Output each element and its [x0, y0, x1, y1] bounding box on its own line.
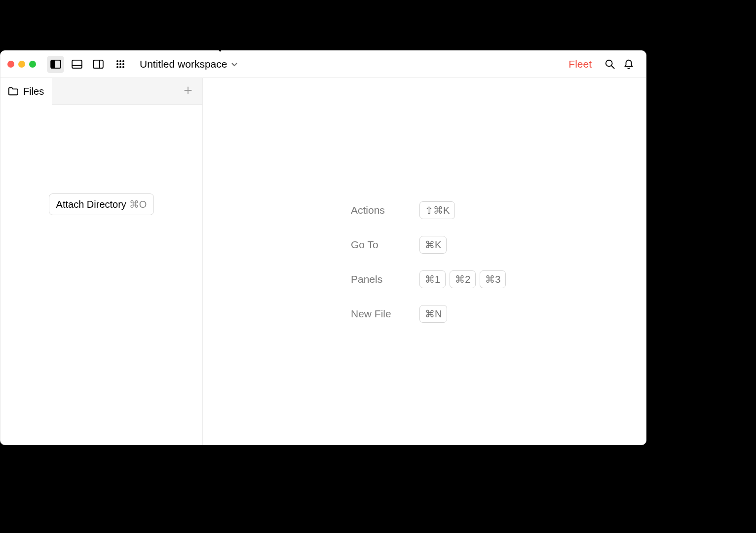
kbd: ⌘K [419, 236, 447, 254]
svg-point-15 [606, 60, 612, 67]
workspace-title-dropdown[interactable]: Untitled workspace [140, 58, 238, 70]
sidebar-tab-label: Files [23, 86, 44, 97]
sidebar-tab-strip-blank [52, 78, 202, 105]
editor-area: Actions ⇧⌘K Go To ⌘K Panels ⌘1 ⌘2 ⌘3 New… [203, 78, 646, 445]
hint-keys-panels: ⌘1 ⌘2 ⌘3 [419, 270, 506, 288]
plus-icon [183, 85, 193, 96]
add-tab-button[interactable] [183, 85, 193, 98]
workspace-title-label: Untitled workspace [140, 58, 227, 70]
hint-label-actions: Actions [351, 204, 417, 216]
svg-point-10 [119, 63, 121, 65]
sidebar-tab-strip: Files [0, 78, 202, 105]
svg-rect-1 [51, 60, 55, 68]
kbd: ⌘3 [480, 270, 506, 288]
welcome-hints: Actions ⇧⌘K Go To ⌘K Panels ⌘1 ⌘2 ⌘3 New… [351, 201, 506, 323]
chevron-down-icon [231, 58, 238, 70]
svg-point-13 [119, 66, 121, 68]
panel-bottom-icon [72, 60, 82, 69]
folder-icon [8, 87, 18, 96]
sidebar: Files Attach Directory ⌘O [0, 78, 203, 445]
minimize-window-button[interactable] [18, 61, 25, 68]
search-icon [605, 59, 615, 70]
svg-line-16 [611, 66, 614, 69]
kbd: ⌘1 [419, 270, 446, 288]
brand-label: Fleet [568, 58, 592, 70]
app-grid-button[interactable] [112, 56, 129, 73]
toggle-left-panel-button[interactable] [47, 56, 64, 73]
svg-point-12 [116, 66, 118, 68]
panel-left-icon [50, 60, 61, 69]
app-body: Files Attach Directory ⌘O [0, 78, 646, 445]
maximize-window-button[interactable] [29, 61, 36, 68]
attach-directory-shortcut: ⌘O [129, 198, 147, 210]
hint-keys-goto: ⌘K [419, 236, 506, 254]
panel-right-icon [93, 60, 104, 69]
attach-directory-button[interactable]: Attach Directory ⌘O [49, 193, 154, 215]
sidebar-content: Attach Directory ⌘O [0, 105, 202, 445]
svg-point-7 [119, 60, 121, 62]
app-window: Untitled workspace Fleet [0, 50, 646, 445]
hint-keys-actions: ⇧⌘K [419, 201, 506, 219]
hint-label-newfile: New File [351, 308, 417, 320]
svg-point-14 [122, 66, 124, 68]
sidebar-tab-files[interactable]: Files [0, 78, 52, 105]
kbd: ⌘2 [450, 270, 476, 288]
bell-icon [623, 59, 634, 70]
svg-point-11 [122, 63, 124, 65]
callout-pointer [215, 46, 225, 52]
notifications-button[interactable] [620, 56, 637, 73]
svg-rect-4 [93, 60, 103, 68]
svg-point-8 [122, 60, 124, 62]
attach-directory-label: Attach Directory [56, 199, 126, 210]
toggle-bottom-panel-button[interactable] [68, 56, 85, 73]
hint-keys-newfile: ⌘N [419, 305, 506, 323]
search-button[interactable] [602, 56, 618, 73]
hint-label-goto: Go To [351, 239, 417, 251]
panel-toggle-group [47, 56, 107, 73]
svg-point-6 [116, 60, 118, 62]
hint-label-panels: Panels [351, 273, 417, 285]
svg-point-9 [116, 63, 118, 65]
svg-rect-2 [72, 60, 82, 68]
window-controls [7, 61, 36, 68]
toggle-right-panel-button[interactable] [89, 56, 107, 73]
grid-icon [116, 60, 125, 69]
kbd: ⌘N [419, 305, 447, 323]
titlebar: Untitled workspace Fleet [0, 51, 646, 78]
close-window-button[interactable] [7, 61, 14, 68]
kbd: ⇧⌘K [419, 201, 455, 219]
